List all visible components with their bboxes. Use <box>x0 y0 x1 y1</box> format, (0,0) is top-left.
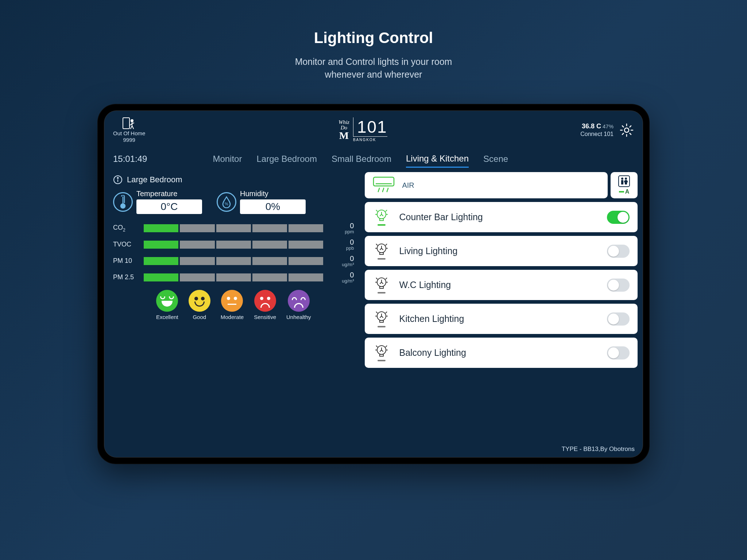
footer-text: TYPE - BB13,By Obotrons <box>562 446 635 453</box>
light-name: Balcony Lighting <box>399 347 598 358</box>
svg-line-20 <box>376 244 378 245</box>
tab-small-bedroom[interactable]: Small Bedroom <box>332 151 391 167</box>
page-title: Lighting Control <box>0 29 747 47</box>
temperature-sensor: Temperature 0°C <box>113 190 202 214</box>
info-icon[interactable] <box>113 175 123 184</box>
svg-rect-12 <box>621 180 623 184</box>
svg-point-2 <box>624 128 629 132</box>
status-text: 36.8 C47% Connect 101 <box>580 122 614 138</box>
light-card: W.C Lighting <box>365 270 638 300</box>
light-name: Living Lighting <box>399 246 598 256</box>
svg-rect-0 <box>123 118 129 129</box>
svg-point-13 <box>625 178 627 180</box>
svg-line-26 <box>386 278 387 279</box>
legend-sensitive: Sensitive <box>254 290 276 320</box>
legend-unhealthy: Unhealthy <box>286 290 311 320</box>
page-subtitle: Monitor and Control lights in your room … <box>0 55 747 81</box>
svg-point-6 <box>121 204 125 208</box>
light-card: Living Lighting <box>365 236 638 266</box>
tab-large-bedroom[interactable]: Large Bedroom <box>256 151 317 167</box>
humidity-value: 0% <box>240 199 306 214</box>
bulb-icon <box>373 310 390 327</box>
svg-line-30 <box>376 312 378 313</box>
bulb-icon <box>373 242 390 260</box>
svg-rect-8 <box>374 177 394 186</box>
ac-icon <box>372 176 395 195</box>
legend-good: Good <box>189 290 210 320</box>
temperature-value: 0°C <box>136 199 202 214</box>
tab-living-kitchen[interactable]: Living & Kitchen <box>406 151 469 168</box>
gear-icon[interactable] <box>619 123 634 137</box>
humidity-sensor: % Humidity 0% <box>217 190 306 214</box>
tablet-frame: Out Of Home 9999 Whiz Do M 101 BANGKOK 3… <box>97 104 650 464</box>
svg-point-4 <box>117 178 119 179</box>
tab-monitor[interactable]: Monitor <box>213 151 242 167</box>
light-card: Balcony Lighting <box>365 338 638 368</box>
svg-line-36 <box>386 346 387 347</box>
quality-row-pm2.5: PM 2.50ug/m³ <box>113 271 354 283</box>
bulb-icon <box>373 209 390 226</box>
quality-row-pm10: PM 100ug/m³ <box>113 255 354 267</box>
light-toggle[interactable] <box>607 346 630 359</box>
light-toggle[interactable] <box>607 211 630 224</box>
light-name: Kitchen Lighting <box>399 314 598 324</box>
occupancy-icon <box>618 175 630 187</box>
svg-point-11 <box>621 178 623 180</box>
thermometer-icon <box>113 192 133 212</box>
exit-icon <box>122 117 136 129</box>
light-name: W.C Lighting <box>399 280 598 290</box>
clock: 15:01:49 <box>113 154 147 164</box>
legend-excellent: Excellent <box>156 290 178 320</box>
svg-line-31 <box>386 312 387 313</box>
svg-line-35 <box>376 346 378 347</box>
humidity-icon: % <box>217 192 236 212</box>
svg-line-25 <box>376 278 378 279</box>
svg-rect-10 <box>619 176 630 187</box>
nav-tabs: 15:01:49 Monitor Large Bedroom Small Bed… <box>104 149 643 168</box>
tab-scene[interactable]: Scene <box>483 151 508 167</box>
occupancy-card[interactable]: A <box>611 172 638 198</box>
room-name: Large Bedroom <box>127 175 182 184</box>
svg-line-15 <box>376 210 378 211</box>
light-toggle[interactable] <box>607 279 630 292</box>
brand-logo: Whiz Do M 101 BANGKOK <box>145 118 580 142</box>
svg-point-1 <box>131 120 133 122</box>
light-toggle[interactable] <box>607 312 630 326</box>
light-card: Kitchen Lighting <box>365 304 638 334</box>
light-name: Counter Bar Lighting <box>399 212 598 222</box>
air-card[interactable]: AIR <box>365 172 608 198</box>
app-screen: Out Of Home 9999 Whiz Do M 101 BANGKOK 3… <box>104 110 643 458</box>
svg-line-16 <box>386 210 387 211</box>
light-card: Counter Bar Lighting <box>365 202 638 232</box>
bulb-icon <box>373 276 390 293</box>
svg-text:%: % <box>225 202 228 206</box>
out-of-home-button[interactable]: Out Of Home 9999 <box>113 117 145 143</box>
quality-row-co: CO20ppm <box>113 222 354 234</box>
light-toggle[interactable] <box>607 245 630 258</box>
svg-line-21 <box>386 244 387 245</box>
legend-moderate: Moderate <box>221 290 244 320</box>
bulb-icon <box>373 344 390 361</box>
quality-row-tvoc: TVOC0ppb <box>113 238 354 250</box>
